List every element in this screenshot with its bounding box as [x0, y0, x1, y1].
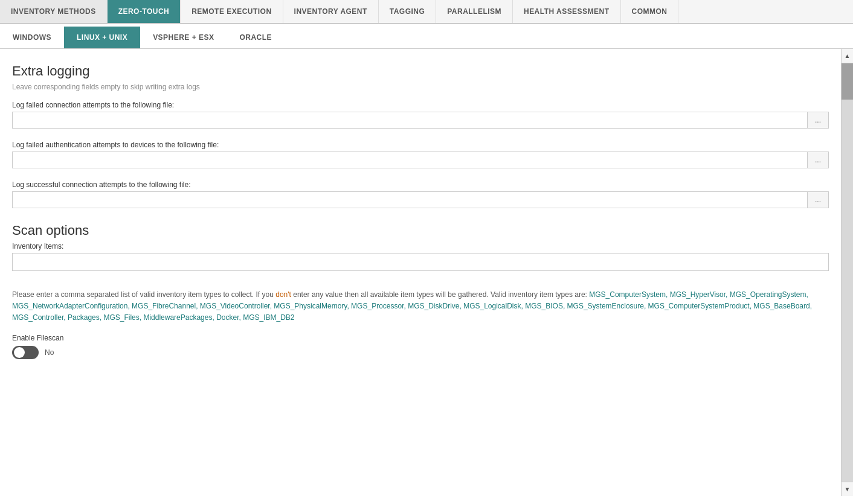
filescan-toggle[interactable]	[12, 346, 39, 359]
logging-field-failed-auth: Log failed authentication attempts to de…	[12, 141, 829, 168]
top-nav-tab-zero-touch[interactable]: ZERO-TOUCH	[108, 0, 181, 23]
secondary-nav-tab-vsphere-esx[interactable]: VSPHERE + ESX	[140, 27, 227, 48]
scan-options-section: Scan options Inventory Items: Please ent…	[12, 223, 829, 359]
logging-field-label-failed-auth: Log failed authentication attempts to de…	[12, 141, 829, 149]
scroll-area[interactable]: Extra logging Leave corresponding fields…	[0, 49, 841, 496]
secondary-nav-tab-windows[interactable]: WINDOWS	[0, 27, 64, 48]
scrollbar: ▲ ▼	[841, 49, 853, 496]
inventory-items-label: Inventory Items:	[12, 242, 829, 250]
secondary-nav-tab-oracle[interactable]: ORACLE	[227, 27, 285, 48]
top-nav-tab-remote-execution[interactable]: REMOTE EXECUTION	[181, 0, 283, 23]
logging-input-failed-auth[interactable]	[12, 152, 807, 168]
secondary-navigation: WINDOWSLINUX + UNIXVSPHERE + ESXORACLE	[0, 24, 853, 49]
scroll-down-button[interactable]: ▼	[842, 482, 853, 496]
top-nav-tab-health-assessment[interactable]: HEALTH ASSESSMENT	[513, 0, 621, 23]
browse-button-failed-auth[interactable]: ...	[807, 152, 829, 168]
scroll-thumb[interactable]	[842, 63, 853, 100]
logging-input-failed-connection[interactable]	[12, 112, 807, 129]
main-content: Extra logging Leave corresponding fields…	[0, 49, 853, 496]
logging-field-row-failed-auth: ...	[12, 152, 829, 168]
logging-field-row-failed-connection: ...	[12, 112, 829, 129]
scroll-track[interactable]	[842, 63, 853, 482]
logging-field-successful-connection: Log successful connection attempts to th…	[12, 180, 829, 208]
logging-field-row-successful-connection: ...	[12, 191, 829, 208]
scroll-up-button[interactable]: ▲	[842, 49, 853, 63]
browse-button-successful-connection[interactable]: ...	[807, 191, 829, 208]
logging-input-successful-connection[interactable]	[12, 191, 807, 208]
filescan-toggle-value: No	[45, 348, 54, 357]
logging-field-failed-connection: Log failed connection attempts to the fo…	[12, 101, 829, 129]
enable-filescan-label: Enable Filescan	[12, 334, 829, 342]
secondary-nav-tab-linux-unix[interactable]: LINUX + UNIX	[64, 27, 140, 48]
enable-filescan-section: Enable Filescan No	[12, 334, 829, 359]
top-nav-tab-inventory-agent[interactable]: INVENTORY AGENT	[283, 0, 379, 23]
extra-logging-section: Extra logging Leave corresponding fields…	[12, 63, 829, 208]
top-navigation: INVENTORY METHODSZERO-TOUCHREMOTE EXECUT…	[0, 0, 853, 24]
toggle-row: No	[12, 346, 829, 359]
logging-fields: Log failed connection attempts to the fo…	[12, 101, 829, 208]
toggle-knob	[14, 347, 25, 358]
top-nav-tab-inventory-methods[interactable]: INVENTORY METHODS	[0, 0, 108, 23]
inventory-items-input[interactable]	[12, 253, 829, 271]
scan-options-title: Scan options	[12, 223, 829, 238]
extra-logging-desc: Leave corresponding fields empty to skip…	[12, 83, 829, 91]
top-nav-tab-parallelism[interactable]: PARALLELISM	[436, 0, 513, 23]
logging-field-label-successful-connection: Log successful connection attempts to th…	[12, 180, 829, 189]
logging-field-label-failed-connection: Log failed connection attempts to the fo…	[12, 101, 829, 109]
browse-button-failed-connection[interactable]: ...	[807, 112, 829, 129]
top-nav-tab-tagging[interactable]: TAGGING	[379, 0, 436, 23]
inventory-info-text: Please enter a comma separated list of v…	[12, 289, 829, 324]
inventory-items-group: Inventory Items:	[12, 242, 829, 277]
extra-logging-title: Extra logging	[12, 63, 829, 79]
top-nav-tab-common[interactable]: COMMON	[621, 0, 679, 23]
